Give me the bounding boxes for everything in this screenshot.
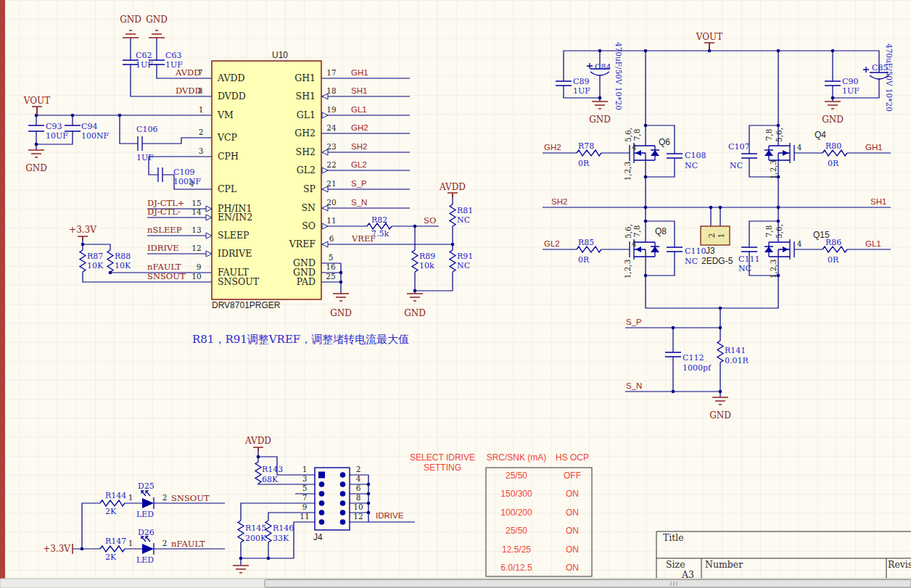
net-label-sh1[interactable]: SH1: [870, 197, 886, 206]
net-label-gh2[interactable]: GH2: [351, 123, 368, 132]
value[interactable]: 7.5k: [371, 229, 389, 239]
value[interactable]: 0R: [828, 255, 839, 265]
net-label-sn[interactable]: S_N: [626, 381, 642, 390]
net-label-sn[interactable]: S_N: [351, 198, 367, 207]
gnd-label[interactable]: GND: [330, 308, 352, 318]
designator[interactable]: C63: [165, 51, 181, 60]
designator[interactable]: R89: [419, 252, 435, 261]
value[interactable]: 200K: [245, 534, 267, 543]
value[interactable]: LED: [136, 555, 154, 565]
value[interactable]: NC: [738, 264, 751, 273]
scrollbar-thumb[interactable]: [265, 580, 911, 588]
designator[interactable]: C106: [136, 125, 157, 134]
net-label-dvdd[interactable]: DVDD: [176, 86, 202, 96]
designator[interactable]: R85: [578, 238, 594, 247]
value[interactable]: NC: [457, 215, 470, 225]
value[interactable]: 1UF: [842, 86, 860, 96]
designator[interactable]: R87: [87, 252, 103, 261]
gnd-label[interactable]: GND: [120, 15, 141, 25]
designator[interactable]: R91: [457, 252, 473, 261]
net-label-nfault[interactable]: nFAULT: [171, 539, 205, 549]
value[interactable]: LED: [136, 510, 154, 519]
designator[interactable]: R144: [105, 491, 126, 500]
value[interactable]: 2EDG-5: [701, 256, 733, 266]
net-label-idrive[interactable]: IDRIVE: [147, 243, 179, 253]
value[interactable]: 0R: [828, 159, 839, 168]
value[interactable]: 470uF/50V 10*20: [885, 44, 894, 112]
value[interactable]: 0.01R: [725, 356, 749, 365]
net-label-so[interactable]: SO: [424, 215, 436, 225]
value[interactable]: 10k: [419, 261, 434, 270]
net-label-gl1[interactable]: GL1: [865, 239, 881, 248]
net-label-snsout[interactable]: SNSOUT: [171, 493, 210, 503]
net-label-idrive[interactable]: IDRIVE: [376, 511, 404, 520]
value[interactable]: NC: [457, 261, 470, 270]
value[interactable]: 10K: [115, 261, 131, 270]
horizontal-scrollbar[interactable]: [0, 579, 911, 588]
net-label-djctlm[interactable]: DJ-CTL-: [147, 207, 181, 217]
designator[interactable]: J4: [313, 532, 323, 542]
designator[interactable]: Q4: [815, 130, 826, 140]
ic-part[interactable]: DRV8701PRGER: [212, 300, 281, 310]
designator[interactable]: J3: [706, 246, 715, 256]
net-label-gh1[interactable]: GH1: [865, 143, 883, 152]
value[interactable]: 1UF: [573, 86, 590, 96]
designator[interactable]: R147: [105, 537, 126, 546]
designator[interactable]: C111: [738, 254, 759, 264]
value[interactable]: 100NF: [81, 131, 110, 141]
designator[interactable]: C89: [573, 77, 589, 86]
value[interactable]: 1UF: [165, 60, 183, 70]
designator[interactable]: C94: [81, 122, 97, 131]
value[interactable]: 1UF: [136, 153, 154, 162]
value[interactable]: 10K: [87, 261, 104, 270]
net-label-sh2[interactable]: SH2: [351, 142, 367, 151]
designator[interactable]: C109: [173, 167, 194, 177]
value[interactable]: 2K: [105, 552, 117, 562]
value[interactable]: 100NF: [173, 177, 202, 186]
gnd-label[interactable]: GND: [25, 163, 47, 173]
p33-port[interactable]: +3.3V: [69, 225, 96, 235]
designator[interactable]: C108: [685, 151, 706, 160]
net-label-snsout[interactable]: SNSOUT: [147, 271, 186, 281]
value[interactable]: NC: [730, 161, 743, 170]
avdd-port[interactable]: AVDD: [244, 436, 271, 446]
designator[interactable]: R78: [578, 141, 594, 151]
designator[interactable]: R80: [825, 141, 841, 151]
designator[interactable]: C84: [595, 62, 611, 72]
designator[interactable]: C62: [136, 51, 152, 60]
net-label-gh2[interactable]: GH2: [544, 143, 561, 152]
ic-refdes[interactable]: U10: [272, 50, 288, 60]
designator[interactable]: R81: [457, 206, 473, 215]
designator[interactable]: R82: [371, 215, 387, 225]
designator[interactable]: D25: [138, 481, 154, 491]
net-label-gl1[interactable]: GL1: [351, 105, 367, 114]
value[interactable]: 33K: [273, 534, 289, 543]
gnd-label[interactable]: GND: [404, 308, 426, 318]
value[interactable]: 10UF: [46, 131, 68, 141]
gnd-label[interactable]: GND: [146, 15, 168, 25]
designator[interactable]: Q8: [655, 226, 667, 236]
designator[interactable]: D26: [138, 528, 154, 537]
net-label-gl2[interactable]: GL2: [351, 160, 367, 169]
designator[interactable]: C112: [683, 353, 704, 363]
value[interactable]: NC: [685, 161, 698, 170]
gnd-label[interactable]: GND: [589, 115, 611, 125]
avdd-port[interactable]: AVDD: [439, 182, 466, 192]
value[interactable]: NC: [685, 257, 698, 266]
value[interactable]: 68K: [262, 475, 279, 484]
net-label-sp[interactable]: S_P: [351, 179, 367, 188]
designator[interactable]: C90: [842, 77, 858, 86]
gnd-label[interactable]: GND: [822, 115, 844, 125]
designator[interactable]: C110: [685, 247, 706, 256]
net-label-sp[interactable]: S_P: [626, 318, 642, 326]
gnd-label[interactable]: GND: [709, 410, 731, 421]
designator[interactable]: R86: [825, 238, 841, 247]
net-label-sh1[interactable]: SH1: [351, 86, 367, 95]
designator[interactable]: R143: [262, 465, 283, 474]
designator[interactable]: R141: [725, 346, 746, 355]
schematic-canvas[interactable]: GND GND GND GND GND GND GND GND VOUT VOU…: [0, 0, 911, 588]
value[interactable]: 2K: [105, 507, 117, 516]
net-label-gh1[interactable]: GH1: [351, 68, 368, 77]
designator[interactable]: R88: [115, 252, 131, 261]
value[interactable]: 1000pf: [683, 363, 712, 373]
